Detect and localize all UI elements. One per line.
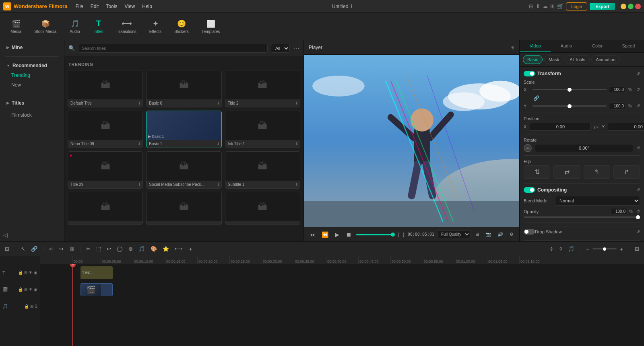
settings-button[interactable]: ⚙ — [508, 231, 515, 238]
login-button[interactable]: Login — [566, 2, 587, 10]
blend-mode-select[interactable]: Normal Multiply Screen Overlay — [555, 196, 640, 206]
title-track-eye[interactable]: 👁 — [29, 270, 33, 275]
tool-audio[interactable]: 🎵 Audio — [64, 17, 86, 36]
scale-y-value[interactable] — [609, 103, 626, 109]
tool-transitions[interactable]: ⟷ Transitions — [111, 17, 142, 36]
flip-cw-btn[interactable]: ↱ — [613, 165, 640, 179]
scale-x-slider[interactable] — [533, 89, 607, 90]
tl-grid-btn[interactable]: ⊞ — [633, 245, 641, 253]
video-track-lock[interactable]: 🔒 — [18, 287, 23, 292]
subtab-animation[interactable]: Animation — [591, 55, 620, 64]
tl-undo-btn[interactable]: ↩ — [47, 245, 55, 253]
filter-select[interactable]: All — [271, 44, 290, 53]
title-card-extra3[interactable]: 🏔 — [225, 192, 300, 225]
opacity-reset[interactable]: ↺ — [636, 209, 640, 214]
tl-split-audio-btn[interactable]: 🎵 — [566, 245, 576, 253]
tl-audio-btn[interactable]: 🎵 — [137, 245, 147, 253]
tl-marker-btn[interactable]: ◊ — [558, 245, 564, 253]
tl-zoom-slider[interactable] — [592, 248, 617, 249]
transform-reset-icon[interactable]: ↺ — [636, 71, 640, 76]
left-item-trending[interactable]: Trending — [0, 70, 64, 80]
compositing-reset-icon[interactable]: ↺ — [636, 187, 640, 193]
rotate-reset[interactable]: ↺ — [636, 146, 640, 151]
title-track-vis[interactable]: ◉ — [34, 270, 37, 275]
menu-view[interactable]: View — [121, 2, 138, 10]
tool-titles[interactable]: T Titles — [87, 16, 109, 36]
rotate-dial[interactable] — [524, 144, 532, 152]
subtab-ai-tools[interactable]: AI Tools — [565, 55, 590, 64]
menu-tools[interactable]: Tools — [103, 2, 120, 10]
tool-stickers[interactable]: 😊 Stickers — [169, 17, 194, 36]
tool-effects[interactable]: ✦ Effects — [144, 17, 167, 36]
title-card-ink[interactable]: 🏔 Ink Title 1 ⬇ — [225, 111, 300, 148]
pos-x-input[interactable] — [530, 123, 591, 131]
pos-y-input[interactable] — [608, 123, 644, 131]
left-item-new[interactable]: New — [0, 80, 64, 90]
menu-help[interactable]: Help — [139, 2, 155, 10]
flip-horizontal-btn[interactable]: ⇄ — [553, 165, 580, 179]
tl-zoom-in-btn[interactable]: + — [618, 245, 625, 253]
expand-icon[interactable]: ⊞ — [510, 45, 514, 50]
quality-select[interactable]: Full Quality Half Quality — [438, 231, 471, 238]
scale-x-value[interactable] — [609, 86, 626, 93]
title-track-lock[interactable]: 🔒 — [18, 270, 23, 275]
rotate-input[interactable] — [535, 144, 633, 152]
step-back-button[interactable]: ⏪ — [320, 231, 330, 239]
title-clip[interactable]: T RC... — [80, 266, 113, 279]
minimize-button[interactable] — [621, 4, 626, 9]
drop-shadow-expand[interactable]: ↺ — [636, 229, 640, 235]
title-card-extra2[interactable]: 🏔 — [146, 192, 221, 225]
opacity-value[interactable] — [611, 208, 627, 215]
tl-zoom-out-btn[interactable]: − — [584, 245, 591, 253]
flip-vertical-btn[interactable]: ⇅ — [524, 165, 550, 179]
scale-y-slider[interactable] — [533, 105, 607, 107]
tl-snap-btn[interactable]: ⊹ — [548, 245, 555, 253]
audio-button[interactable]: 🔊 — [496, 231, 505, 238]
tool-stock-media[interactable]: 📦 Stock Media — [29, 17, 62, 36]
tab-color[interactable]: Color — [582, 40, 613, 52]
tl-color-btn[interactable]: 🎨 — [149, 245, 159, 253]
audio-track-lock[interactable]: 🔒 — [24, 304, 29, 309]
timeline-playhead[interactable]: ✕ — [72, 264, 73, 346]
tl-cut-btn[interactable]: ✂ — [85, 245, 92, 253]
title-card-social[interactable]: 🏔 Social Media Subscribe Pack... ⬇ — [146, 151, 221, 189]
left-collapse-btn[interactable]: ◁ — [0, 229, 64, 241]
tab-video[interactable]: Video — [520, 40, 551, 52]
stop-button[interactable]: ⏹ — [344, 231, 353, 239]
tl-crop-btn[interactable]: ⬚ — [95, 245, 103, 253]
search-input[interactable] — [78, 44, 268, 53]
opacity-slider[interactable] — [524, 216, 640, 218]
fullscreen-button[interactable]: ⊞ — [474, 231, 481, 238]
video-track-copy[interactable]: ⊞ — [24, 287, 27, 292]
menu-file[interactable]: File — [72, 2, 86, 10]
title-card-basic1[interactable]: ▶ Basic 1 Basic 1 ⬇ — [146, 111, 221, 148]
title-card-title2[interactable]: 🏔 Title 2 ⬇ — [225, 70, 300, 107]
tool-media[interactable]: 🎬 Media — [5, 17, 27, 36]
tl-rotate-btn[interactable]: ↩ — [105, 245, 113, 253]
tl-add-track-btn[interactable]: ⊞ — [3, 245, 11, 253]
compositing-toggle[interactable] — [524, 187, 535, 193]
flip-ccw-btn[interactable]: ↰ — [584, 165, 610, 179]
video-track-vis[interactable]: ◉ — [34, 287, 37, 292]
tl-sticker-btn[interactable]: ⭐ — [161, 245, 171, 253]
tl-plus-btn[interactable]: ＋ — [186, 245, 195, 253]
title-track-copy[interactable]: ⊞ — [24, 270, 27, 275]
audio-track-solo[interactable]: S — [35, 304, 37, 309]
video-clip[interactable]: 🎬 — [80, 283, 113, 296]
title-card-neon[interactable]: 🏔 Neon Title 09 ⬇ — [68, 111, 143, 148]
more-options-icon[interactable]: ⋯ — [293, 44, 299, 52]
tl-link-btn[interactable]: 🔗 — [29, 245, 39, 253]
tl-transition-btn[interactable]: ⟷ — [173, 245, 184, 253]
screenshot-button[interactable]: 📷 — [484, 231, 493, 238]
tl-speed-btn[interactable]: ⊗ — [127, 245, 134, 253]
link-icon[interactable]: 🔗 — [533, 95, 539, 101]
progress-bar[interactable] — [356, 234, 394, 235]
tl-redo-btn[interactable]: ↪ — [58, 245, 65, 253]
title-card-default[interactable]: 🏔 Default Title ⬇ — [68, 70, 143, 107]
tl-delete-btn[interactable]: 🗑 — [68, 245, 76, 253]
transform-toggle[interactable] — [524, 71, 535, 76]
drop-shadow-toggle[interactable] — [524, 229, 535, 235]
tab-audio[interactable]: Audio — [551, 40, 582, 52]
subtab-mask[interactable]: Mask — [544, 55, 564, 64]
left-item-filmstock[interactable]: Filmstock — [0, 110, 64, 120]
